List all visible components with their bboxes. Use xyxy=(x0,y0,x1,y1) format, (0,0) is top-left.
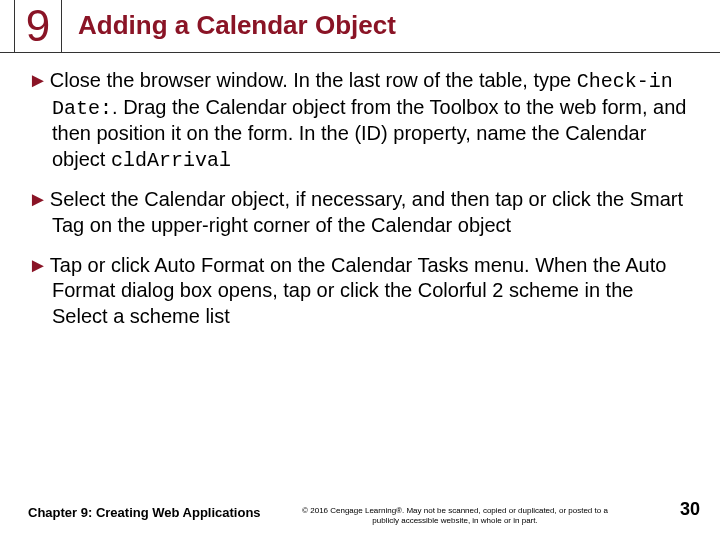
bullet-arrow-icon: ► xyxy=(28,254,48,276)
header: 9 Adding a Calendar Object xyxy=(0,0,720,53)
step-1-code-2: cldArrival xyxy=(111,149,231,172)
step-2: ►Select the Calendar object, if necessar… xyxy=(28,187,692,238)
body-content: ►Close the browser window. In the last r… xyxy=(28,68,692,343)
step-3-text: Tap or click Auto Format on the Calendar… xyxy=(50,254,667,327)
bullet-arrow-icon: ► xyxy=(28,188,48,210)
page-title: Adding a Calendar Object xyxy=(78,10,396,41)
footer-chapter-title: Chapter 9: Creating Web Applications xyxy=(28,505,261,520)
footer: Chapter 9: Creating Web Applications © 2… xyxy=(0,486,720,526)
step-1: ►Close the browser window. In the last r… xyxy=(28,68,692,173)
chapter-number: 9 xyxy=(26,1,50,50)
page-number: 30 xyxy=(680,499,700,520)
bullet-arrow-icon: ► xyxy=(28,69,48,91)
footer-copyright: © 2016 Cengage Learning®. May not be sca… xyxy=(300,506,610,526)
step-2-text: Select the Calendar object, if necessary… xyxy=(50,188,683,236)
step-3: ►Tap or click Auto Format on the Calenda… xyxy=(28,253,692,330)
chapter-number-box: 9 xyxy=(14,0,62,52)
step-1-lead: Close the browser window. In the last ro… xyxy=(50,69,577,91)
slide: 9 Adding a Calendar Object ►Close the br… xyxy=(0,0,720,540)
